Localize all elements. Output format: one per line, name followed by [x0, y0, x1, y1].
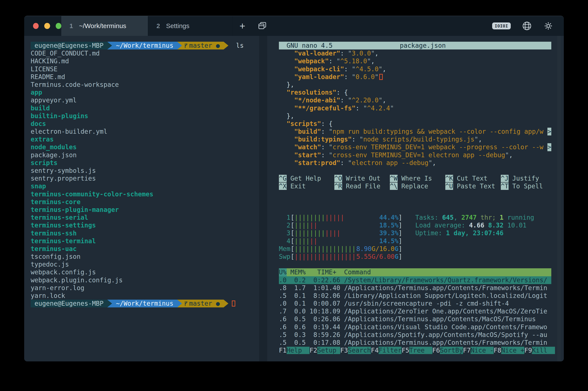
- terminus-window: 1 ~/Work/terminus 2 Settings + IOIOI: [24, 16, 564, 361]
- split-pane-icon[interactable]: [252, 16, 272, 36]
- file-list-item: yarn.lock: [31, 292, 259, 300]
- close-window-button[interactable]: [33, 23, 39, 29]
- file-list-item: sentry.properties: [31, 175, 259, 182]
- htop-stat-line: Load average: 4.66 8.32 10.01: [415, 221, 534, 229]
- file-list-item: package.json: [31, 151, 259, 159]
- nano-shortcut: ^O Write Out: [334, 175, 390, 182]
- cpu-mem-meter: 4[||||||14.5%]: [279, 237, 551, 245]
- nano-line: },: [279, 81, 551, 89]
- new-tab-button[interactable]: +: [232, 16, 252, 36]
- globe-icon[interactable]: [522, 21, 532, 31]
- prompt-path-segment: ~/Work/terminus: [112, 42, 177, 49]
- nano-filename: package.json: [400, 42, 446, 49]
- nano-line: "scripts": {: [279, 120, 551, 128]
- nano-shortcut: ^U Paste Text: [445, 182, 501, 190]
- git-branch-icon: [184, 301, 188, 306]
- file-list-item: terminus-serial: [31, 214, 259, 221]
- file-list-item: Terminus.code-workspace: [31, 81, 259, 89]
- tab-settings[interactable]: 2 Settings: [148, 16, 232, 36]
- file-list-item: terminus-community-color-schemes: [31, 190, 259, 198]
- cpu-mem-meter: Swp[||||||||||||||||5.55G/6.00G]: [279, 253, 551, 261]
- file-list-item: appveyor.yml: [31, 96, 259, 104]
- nano-line: "watch": "cross-env TERMINUS_DEV=1 webpa…: [279, 143, 551, 151]
- nano-line: "start": "cross-env TERMINUS_DEV=1 elect…: [279, 151, 551, 159]
- file-list-item: extras: [31, 135, 259, 143]
- terminal-cursor: [232, 300, 235, 306]
- nano-shortcut: ^G Get Help: [279, 175, 334, 182]
- file-list-item: app: [31, 89, 259, 96]
- process-row[interactable]: .0 0.2 0:22.66 /System/Library/Framework…: [279, 276, 551, 284]
- process-row[interactable]: .5 0.3 8:59.26 /Applications/Spotify.app…: [279, 331, 551, 339]
- serial-icon[interactable]: IOIOI: [492, 22, 511, 29]
- prompt-user-segment: eugene@Eugenes-MBP: [31, 42, 107, 49]
- prompt-git-segment: master ●: [182, 42, 224, 49]
- file-list-item: terminus-ssh: [31, 229, 259, 237]
- htop-fkey: F6SortBy: [432, 347, 463, 354]
- nano-line: },: [279, 112, 551, 120]
- minimize-window-button[interactable]: [44, 23, 50, 29]
- file-list-item: CODE_OF_CONDUCT.md: [31, 49, 259, 57]
- nano-shortcut: ^X Exit: [279, 182, 334, 190]
- line-overflow-indicator: >: [547, 143, 551, 151]
- process-row[interactable]: .5 0.5 0:17.08 /Applications/Terminus.ap…: [279, 339, 551, 347]
- typed-command: ls: [228, 42, 244, 49]
- nano-line: "val-loader": "3.0.0",: [279, 49, 551, 57]
- htop-stat-line: Tasks: 645, 2747 thr; 1 running: [415, 214, 534, 221]
- nano-shortcut-row: ^X Exit^R Read File^\ Replace^U Paste Te…: [279, 182, 551, 190]
- cpu-mem-meter: Mem[||||||||||||||||8.90G/16.0G]: [279, 245, 551, 253]
- process-row[interactable]: .0 0.1 0:00.07 /usr/sbin/screencapture -…: [279, 300, 551, 307]
- process-row[interactable]: .5 0.1 8:02.06 /Library/Application Supp…: [279, 292, 551, 300]
- prompt-git-segment: master ●: [182, 300, 224, 307]
- file-list-item: README.md: [31, 73, 259, 81]
- file-list-item: build: [31, 104, 259, 112]
- sort-column-header[interactable]: U%: [279, 268, 287, 276]
- tab-work-terminus[interactable]: 1 ~/Work/terminus: [61, 16, 148, 36]
- htop-fkey: F4Filter: [371, 347, 401, 354]
- nano-shortcut-row: ^G Get Help^O Write Out^W Where Is^K Cut…: [279, 175, 551, 182]
- file-list-item: terminus-plugin-manager: [31, 206, 259, 214]
- file-list-item: terminus-core: [31, 198, 259, 206]
- nano-line: "start:prod": "electron app --debug",: [279, 159, 551, 167]
- htop-fkey: F1Help: [279, 347, 309, 354]
- nano-titlebar: GNU nano 4.5 package.json: [279, 42, 551, 49]
- nano-line: "webpack-cli": "^4.5.0",: [279, 65, 551, 73]
- shell-output: eugene@Eugenes-MBP ~/Work/terminus maste…: [31, 42, 259, 307]
- file-list-item: sentry-symbols.js: [31, 167, 259, 175]
- htop-fkey: F9Kill: [524, 347, 555, 354]
- htop-fkey: F2Setup: [309, 347, 340, 354]
- file-list-item: scripts: [31, 159, 259, 167]
- nano-line: "resolutions": {: [279, 89, 551, 96]
- process-row[interactable]: .7 0.0 10:18.09 /Applications/ZeroTier O…: [279, 307, 551, 315]
- file-list-item: terminus-settings: [31, 221, 259, 229]
- htop-stat-line: Uptime: 1 day, 23:07:46: [415, 229, 534, 237]
- shell-prompt: eugene@Eugenes-MBP ~/Work/terminus maste…: [31, 300, 259, 307]
- nano-shortcut: ^K Cut Text: [445, 175, 501, 182]
- nano-line: "build": "npm run build:typings && webpa…: [279, 128, 551, 135]
- traffic-lights: [24, 16, 61, 36]
- process-row[interactable]: .6 0.5 0:26.06 /Applications/Terminus.ap…: [279, 315, 551, 323]
- nano-editor: GNU nano 4.5 package.json "val-loader": …: [279, 42, 551, 190]
- nano-line: "**/graceful-fs": "^4.2.4": [279, 104, 551, 112]
- nano-cursor: [379, 74, 383, 80]
- process-row[interactable]: .6 0.6 0:19.44 /Applications/Visual Stud…: [279, 323, 551, 331]
- file-list-item: webpack.config.js: [31, 268, 259, 276]
- nano-shortcut: ^J Justify: [501, 175, 556, 182]
- file-list-item: typedoc.js: [31, 261, 259, 268]
- nano-line: "*/node-abi": "^2.20.0",: [279, 96, 551, 104]
- prompt-user-segment: eugene@Eugenes-MBP: [31, 300, 107, 307]
- htop-table-header[interactable]: U% MEM% TIME+ Command: [279, 268, 551, 276]
- tab-number: 1: [70, 22, 73, 30]
- file-list-item: terminus-uac: [31, 245, 259, 253]
- process-row[interactable]: .8 1.7 1:01.40 /Applications/Terminus.ap…: [279, 284, 551, 292]
- zoom-window-button[interactable]: [56, 23, 61, 29]
- scrollbar-track[interactable]: [557, 36, 561, 361]
- tab-title: Settings: [166, 22, 189, 30]
- nano-shortcut: ^R Read File: [334, 182, 390, 190]
- nano-shortcut: ^\ Replace: [390, 182, 445, 190]
- htop-fkey: F8Nice +: [494, 347, 524, 354]
- file-list-item: webpack.plugin.config.js: [31, 276, 259, 284]
- gear-icon[interactable]: [543, 21, 553, 31]
- file-list-item: snap: [31, 182, 259, 190]
- file-list-item: docs: [31, 120, 259, 128]
- file-list-item: node_modules: [31, 143, 259, 151]
